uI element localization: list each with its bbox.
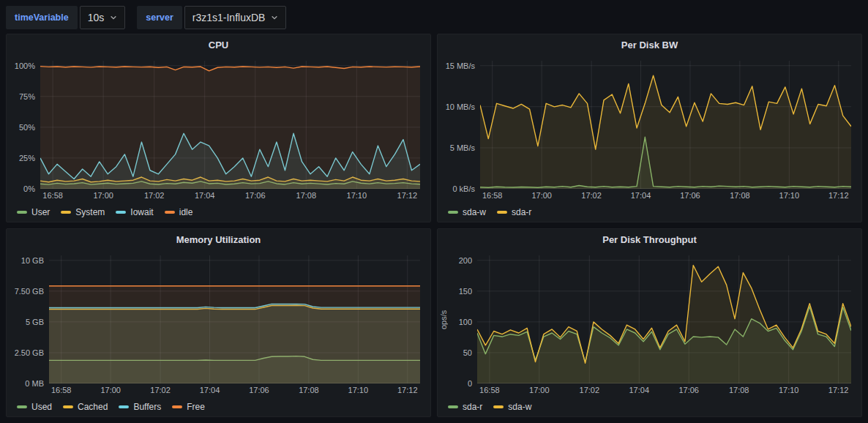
legend-item-Used[interactable]: Used: [17, 402, 52, 412]
x-axis: 16:5817:0017:0217:0417:0617:0817:1017:12: [480, 189, 851, 203]
x-tick-label: 16:58: [479, 386, 500, 394]
x-tick-label: 17:12: [828, 386, 849, 394]
variable-value-text: r3z1s1-InfluxDB: [192, 12, 266, 23]
y-tick-label: 10 GB: [21, 256, 44, 265]
panel-body: 0 kB/s5 MB/s10 MB/s15 MB/s 16:5817:0017:…: [438, 55, 861, 222]
y-tick-label: 10 MB/s: [446, 102, 475, 111]
legend-label: Iowait: [130, 207, 153, 217]
legend-label: sda-r: [463, 402, 482, 412]
x-tick-label: 17:04: [200, 386, 220, 394]
chart-plot-area[interactable]: [480, 61, 851, 189]
panel-title[interactable]: Per Disk Throughput: [602, 234, 697, 245]
x-tick-label: 17:10: [779, 386, 799, 394]
variable-dropdown-timeVariable[interactable]: 10s: [80, 6, 126, 29]
legend-swatch: [448, 405, 458, 408]
panel-body: ops/s050100150200 16:5817:0017:0217:0417…: [438, 250, 861, 416]
x-tick-label: 17:02: [580, 386, 600, 394]
y-axis: 0%25%50%75%100%: [7, 61, 40, 189]
y-axis: 0 kB/s5 MB/s10 MB/s15 MB/s: [438, 61, 480, 189]
legend-swatch: [61, 211, 71, 214]
dashboard-grid: CPU 0%25%50%75%100% 16:5817:0017:0217:04…: [0, 34, 868, 423]
x-tick-label: 17:10: [348, 386, 369, 394]
x-tick-label: 17:00: [93, 191, 113, 200]
x-tick-label: 17:06: [245, 191, 266, 200]
x-tick-label: 17:12: [828, 191, 849, 200]
y-tick-label: 7.50 GB: [15, 287, 44, 296]
y-tick-label: 2.50 GB: [15, 348, 44, 357]
legend-item-Free[interactable]: Free: [172, 402, 205, 412]
x-tick-label: 17:02: [150, 386, 171, 394]
variable-label-timeVariable: timeVariable: [6, 6, 78, 29]
legend-label: Used: [31, 402, 52, 412]
legend-swatch: [448, 211, 458, 214]
legend: UserSystemIowaitidle: [7, 203, 430, 222]
legend-label: Buffers: [133, 402, 161, 412]
y-tick-label: 5 GB: [26, 318, 44, 326]
y-tick-label: 100: [459, 318, 472, 326]
legend-item-sda-w[interactable]: sda-w: [493, 402, 531, 412]
x-tick-label: 16:58: [482, 191, 503, 200]
chevron-down-icon: [110, 14, 117, 21]
legend-item-sda-r[interactable]: sda-r: [448, 402, 482, 412]
y-axis-label: ops/s: [438, 255, 449, 383]
legend-item-sda-w[interactable]: sda-w: [448, 207, 486, 217]
legend-label: sda-w: [463, 207, 486, 217]
x-tick-label: 17:06: [680, 191, 700, 200]
panel-header: Per Disk Throughput: [438, 229, 861, 250]
chart-plot-area[interactable]: [477, 255, 851, 383]
x-tick-label: 16:58: [42, 191, 63, 200]
panel-header: CPU: [7, 34, 430, 55]
x-tick-label: 17:06: [249, 386, 269, 394]
y-tick-label: 200: [459, 256, 472, 265]
legend-swatch: [119, 405, 129, 408]
x-tick-label: 17:04: [195, 191, 215, 200]
y-tick-label: 50%: [19, 123, 35, 132]
legend-item-User[interactable]: User: [17, 207, 50, 217]
legend: sda-rsda-w: [438, 397, 861, 416]
variable-server: server r3z1s1-InfluxDB: [137, 6, 286, 29]
y-tick-label: 15 MB/s: [446, 61, 475, 70]
legend-swatch: [497, 211, 507, 214]
y-tick-label: 5 MB/s: [450, 143, 475, 152]
legend-item-sda-r[interactable]: sda-r: [497, 207, 531, 217]
chart-plot-area[interactable]: [49, 255, 420, 383]
y-tick-label: 0 MB: [25, 379, 44, 388]
legend-swatch: [63, 405, 73, 408]
chart-plot-area[interactable]: [40, 61, 420, 189]
legend-item-idle[interactable]: idle: [165, 207, 193, 217]
legend-item-Buffers[interactable]: Buffers: [119, 402, 161, 412]
panel-title[interactable]: Per Disk BW: [621, 40, 678, 50]
x-tick-label: 17:00: [100, 386, 121, 394]
x-tick-label: 17:08: [296, 191, 317, 200]
x-tick-label: 17:00: [531, 191, 552, 200]
y-tick-label: 50: [463, 348, 472, 357]
x-tick-label: 17:04: [631, 191, 651, 200]
legend-item-Cached[interactable]: Cached: [63, 402, 108, 412]
legend: sda-wsda-r: [438, 203, 861, 222]
legend-item-Iowait[interactable]: Iowait: [116, 207, 153, 217]
y-tick-label: 0: [468, 379, 472, 388]
legend-label: System: [75, 207, 105, 217]
y-tick-label: 75%: [19, 92, 35, 101]
x-axis: 16:5817:0017:0217:0417:0617:0817:1017:12: [49, 383, 420, 397]
legend-label: sda-r: [512, 207, 531, 217]
panel-title[interactable]: Memory Utilization: [176, 234, 261, 245]
panel-header: Per Disk BW: [438, 34, 861, 55]
legend: UsedCachedBuffersFree: [7, 397, 430, 416]
panel-header: Memory Utilization: [7, 229, 430, 250]
legend-swatch: [116, 211, 126, 214]
x-axis: 16:5817:0017:0217:0417:0617:0817:1017:12: [40, 189, 420, 203]
x-tick-label: 17:08: [729, 386, 749, 394]
legend-label: Cached: [78, 402, 108, 412]
y-axis: 0 MB2.50 GB5 GB7.50 GB10 GB: [7, 255, 49, 383]
legend-item-System[interactable]: System: [61, 207, 105, 217]
x-tick-label: 17:06: [678, 386, 699, 394]
panel-title[interactable]: CPU: [209, 40, 228, 50]
panel-body: 0 MB2.50 GB5 GB7.50 GB10 GB 16:5817:0017…: [7, 250, 430, 416]
variable-dropdown-server[interactable]: r3z1s1-InfluxDB: [184, 6, 287, 29]
legend-swatch: [165, 211, 175, 214]
panel-cpu: CPU 0%25%50%75%100% 16:5817:0017:0217:04…: [6, 34, 431, 222]
x-tick-label: 17:10: [347, 191, 367, 200]
y-tick-label: 100%: [15, 61, 35, 70]
panel-memory-utilization: Memory Utilization 0 MB2.50 GB5 GB7.50 G…: [6, 228, 431, 417]
